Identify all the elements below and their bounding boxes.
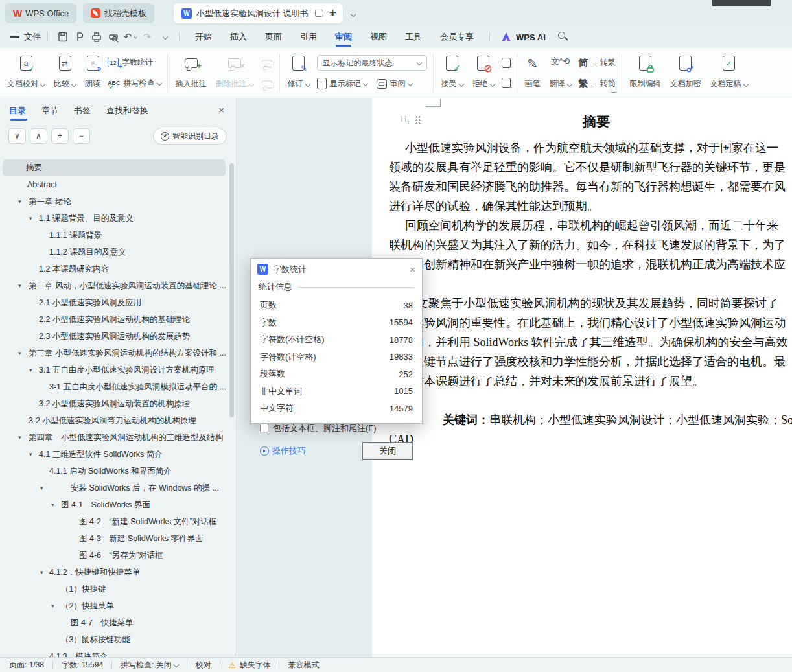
checkbox-icon[interactable] — [260, 424, 268, 432]
outline-item[interactable]: ▾ 3.1 五自由度小型低速实验风洞设计方案机构原理 — [3, 362, 226, 378]
expand-all-button[interactable]: ∧ — [30, 128, 47, 144]
markup-state-select[interactable]: 显示标记的最终状态 — [317, 55, 427, 71]
outline-item[interactable]: ▾ 3-1 五自由度小型低速实验风洞模拟运动平台的 ... — [3, 378, 226, 395]
dialog-title-bar[interactable]: W 字数统计 × — [251, 259, 422, 280]
tree-collapse-icon[interactable]: ▾ — [51, 496, 54, 513]
collapse-all-button[interactable]: ∨ — [8, 128, 26, 144]
next-comment-button[interactable]: → — [261, 75, 274, 91]
outline-item[interactable]: ▾ 1.2 本课题研究内容 — [3, 261, 226, 277]
proofread-status[interactable]: 校对 — [196, 660, 211, 671]
outline-item[interactable]: ▾ 2.3 小型低速实验风洞运动机构的发展趋势 — [3, 328, 226, 345]
outline-item[interactable]: ▾ 图 4-6 “另存为”对话框 — [3, 547, 226, 564]
outline-item[interactable]: ▾ 第二章 风动，小型低速实验风洞运动装置的基础理论 ... — [3, 277, 226, 294]
hamburger-icon[interactable] — [10, 34, 19, 40]
outline-item[interactable]: ▾ 1.1.1 课题背景 — [3, 227, 226, 244]
show-markup-button[interactable]: 显示标记 — [317, 75, 367, 92]
outline-item[interactable]: ▾ 第四章 小型低速实验风洞运动机构的三维造型及结构 ... — [3, 429, 226, 446]
menu-item[interactable]: 工具 — [396, 26, 431, 48]
dialog-launcher-icon[interactable] — [611, 87, 616, 93]
compare-button[interactable]: ⇄ 比较 — [49, 51, 80, 95]
close-dialog-button[interactable]: 关闭 — [362, 442, 413, 460]
outline-item[interactable]: ▾ 4.1.1 启动 SolidWorks 和界面简介 — [3, 463, 226, 480]
menu-item[interactable]: 会员专享 — [431, 26, 483, 48]
outline-item[interactable]: ▾ （3）鼠标按键功能 — [3, 631, 226, 648]
menu-item[interactable]: 审阅 — [326, 26, 361, 48]
undo-button[interactable]: ↶ — [122, 29, 139, 45]
tab-document[interactable]: W 小型低速实验风洞设计 说明书 × — [174, 3, 343, 23]
menu-item[interactable]: 开始 — [186, 26, 221, 48]
document-page[interactable]: H1 摘要 小型低速实验风洞设备，作为航空航天领域的基础支撑，对于国家在这一 领… — [372, 98, 792, 657]
outline-item[interactable]: ▾ 图 4-3 新建 SolidWorks 零件界面 — [3, 530, 226, 547]
outline-item[interactable]: ▾ （2）快捷菜单 — [3, 597, 226, 614]
previous-change-button[interactable]: ← — [502, 54, 511, 71]
zoom-in-outline-button[interactable]: + — [51, 128, 69, 144]
outline-item[interactable]: ▾ （1）快捷键 — [3, 581, 226, 597]
sidebar-scrollbar[interactable] — [229, 163, 234, 417]
outline-item[interactable]: ▾ 3.2 小型低速实验风洞运动装置的机构原理 — [3, 395, 226, 412]
menu-item[interactable]: 引用 — [291, 26, 326, 48]
outline-item[interactable]: ▾ 第三章 小型低速实验风洞运动机构的结构方案设计和 ... — [3, 345, 226, 362]
tab-wps-office[interactable]: W WPS Office — [5, 3, 76, 23]
tree-collapse-icon[interactable]: ▾ — [29, 446, 32, 463]
tab-docer-templates[interactable]: 找稻壳模板 — [83, 3, 154, 23]
track-changes-button[interactable]: ✎ 修订 — [283, 51, 314, 95]
read-aloud-button[interactable]: ≡» 朗读 — [80, 51, 105, 95]
word-count-button[interactable]: 12 字数统计 — [108, 54, 161, 71]
outline-item[interactable]: ▾ 2.2 小型低速实验风洞运动机构的基础理论 — [3, 311, 226, 328]
delete-comment-button[interactable]: × 删除批注 — [211, 51, 258, 95]
restrict-editing-button[interactable]: 限制编辑 — [625, 51, 666, 95]
quickbar-more-button[interactable] — [156, 29, 172, 45]
smart-toc-button[interactable]: 智能识别目录 — [153, 128, 227, 145]
outline-item[interactable]: ▾ 4.1.3 模块简介 — [3, 648, 226, 657]
accept-button[interactable]: ✓ 接受 — [437, 51, 468, 95]
doc-mode-icon[interactable] — [315, 10, 323, 17]
spell-check-indicator[interactable]: 拼写检查: 关闭 — [121, 660, 178, 671]
insert-comment-button[interactable]: + 插入批注 — [171, 51, 211, 95]
save-icon[interactable] — [54, 29, 71, 45]
encrypt-document-button[interactable]: 文档加密 — [666, 51, 706, 95]
outline-item[interactable]: ▾ 摘要 — [3, 159, 226, 176]
redo-button[interactable]: ↷ — [139, 29, 156, 45]
pane-tab[interactable]: 目录 — [9, 98, 26, 123]
word-count-indicator[interactable]: 字数: 15594 — [62, 660, 103, 671]
outline-item[interactable]: ▾ 2.1 小型低速实验风洞及应用 — [3, 294, 226, 311]
include-footnotes-option[interactable]: 包括文本框、脚注和尾注(F) — [251, 417, 422, 434]
next-change-button[interactable]: → — [502, 75, 511, 91]
compatibility-mode-indicator[interactable]: 兼容模式 — [288, 660, 319, 671]
outline-item[interactable]: ▾ 第一章 绪论 — [3, 193, 226, 210]
tree-collapse-icon[interactable]: ▾ — [40, 564, 43, 581]
tree-collapse-icon[interactable]: ▾ — [18, 277, 21, 294]
reject-button[interactable]: 拒绝 — [468, 51, 499, 95]
menu-item[interactable]: 视图 — [361, 26, 396, 48]
tree-collapse-icon[interactable]: ▾ — [18, 345, 21, 362]
tree-collapse-icon[interactable]: ▾ — [29, 362, 32, 378]
outline-item[interactable]: ▾ 1.1.2 课题目的及意义 — [3, 244, 226, 261]
outline-item[interactable]: ▾ 4.1 三维造型软件 SolidWorks 简介 — [3, 446, 226, 463]
tree-collapse-icon[interactable]: ▾ — [18, 429, 21, 446]
outline-item[interactable]: ▾ 图 4-7 快捷菜单 — [3, 614, 226, 631]
tips-link[interactable]: 操作技巧 — [272, 445, 362, 457]
close-icon[interactable]: × — [410, 264, 415, 275]
tree-collapse-icon[interactable]: ▾ — [29, 210, 32, 227]
previous-comment-button[interactable]: ← — [261, 54, 274, 71]
tree-collapse-icon[interactable]: ▾ — [40, 480, 43, 496]
close-pane-icon[interactable]: × — [218, 104, 224, 115]
zoom-out-outline-button[interactable]: − — [73, 128, 90, 144]
review-menu-button[interactable]: ▭ 审阅 — [377, 75, 412, 92]
to-traditional-button[interactable]: 简→ 转繁 — [579, 54, 616, 71]
outline-item[interactable]: ▾ 3-2 小型低速实验风洞弯刀运动机构的机构原理 — [3, 412, 226, 429]
drag-handle-icon[interactable] — [415, 115, 421, 124]
missing-font-warning[interactable]: ⚠ 缺失字体 — [229, 660, 271, 671]
outline-item[interactable]: ▾ 安装 SolidWorks 后，在 Windows 的操 ... — [3, 480, 226, 496]
tab-list-dropdown[interactable] — [349, 8, 355, 20]
heading-level-marker[interactable]: H1 — [401, 114, 421, 126]
tree-collapse-icon[interactable]: ▾ — [18, 193, 21, 210]
export-pdf-icon[interactable] — [71, 29, 88, 45]
pen-button[interactable]: ✎ 画笔 — [520, 51, 545, 95]
page-indicator[interactable]: 页面: 1/38 — [9, 660, 44, 671]
proofread-button[interactable]: a✓ 文档校对 — [3, 51, 49, 95]
search-icon[interactable] — [557, 31, 569, 43]
outline-item[interactable]: ▾ 4.1.2．快捷键和快捷菜单 — [3, 564, 226, 581]
outline-item[interactable]: ▾ 1.1 课题背景、目的及意义 — [3, 210, 226, 227]
print-icon[interactable] — [88, 29, 105, 45]
